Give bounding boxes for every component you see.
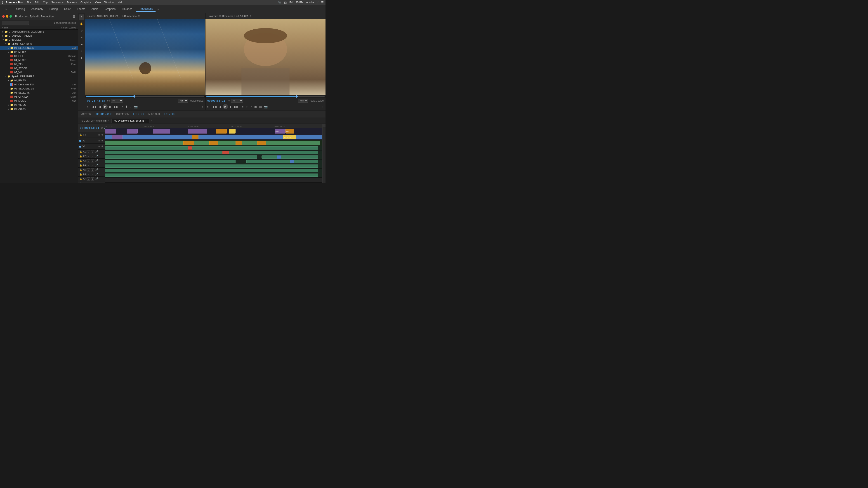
- tool-zoom[interactable]: ⤢: [79, 28, 84, 33]
- clip-v1-seg3[interactable]: [236, 141, 242, 145]
- tree-item-ep02[interactable]: ▼ 📁 Ep 02 - DREAMERS: [0, 74, 78, 78]
- program-monitor-menu[interactable]: ≡: [250, 14, 252, 18]
- clip-a3-1[interactable]: [105, 156, 257, 159]
- src-step-back[interactable]: ◀◀: [91, 105, 97, 109]
- menu-markers[interactable]: Markers: [66, 1, 78, 4]
- tree-item-ep02-gfx[interactable]: 03_GFX-EDIT Mitch: [0, 95, 78, 99]
- tree-item-ep02-sel[interactable]: 📁 02_SELECTS Dan: [0, 91, 78, 95]
- tree-item-ep01-sfx[interactable]: 05_SFX Fran: [0, 62, 78, 66]
- home-button[interactable]: ⌂: [3, 6, 9, 12]
- tab-color[interactable]: Color: [61, 6, 73, 11]
- tree-item-ep02-seq[interactable]: 📁 01_SEQUENCES Vivek: [0, 87, 78, 91]
- a4-lock-icon[interactable]: 🔒: [79, 164, 82, 166]
- src-play-btn[interactable]: ▶: [103, 104, 107, 109]
- a1-mute-btn[interactable]: M: [87, 150, 90, 153]
- tab-graphics[interactable]: Graphics: [102, 6, 118, 11]
- clip-a5[interactable]: [105, 164, 318, 168]
- v3-lock-icon[interactable]: 🔒: [79, 133, 82, 136]
- src-fwd-1f[interactable]: ▶: [109, 105, 112, 109]
- v2-solo-icon[interactable]: ☉: [101, 139, 103, 142]
- program-scrubber[interactable]: [206, 95, 326, 98]
- tab-editing[interactable]: Editing: [47, 6, 61, 11]
- source-monitor-menu[interactable]: ≡: [138, 14, 140, 18]
- a7-lock-icon[interactable]: 🔒: [79, 177, 82, 180]
- tab-learning[interactable]: Learning: [12, 6, 28, 11]
- v1-solo-icon[interactable]: ☉: [101, 145, 103, 148]
- prog-fit-select[interactable]: Fit25%50%100%: [231, 99, 243, 103]
- a5-mic-icon[interactable]: 🎤: [95, 168, 98, 171]
- a3-lock-icon[interactable]: 🔒: [79, 160, 82, 162]
- clip-v3-c[interactable]: [153, 129, 170, 133]
- project-search-input[interactable]: [2, 21, 29, 25]
- a1-solo-btn[interactable]: S: [91, 150, 94, 153]
- prog-step-back[interactable]: ◀◀: [212, 105, 217, 109]
- a7-solo-btn[interactable]: S: [91, 177, 94, 181]
- menu-file[interactable]: File: [25, 1, 32, 4]
- prog-safe-margins[interactable]: ▦: [258, 105, 262, 109]
- tool-zoom2[interactable]: ⤡: [79, 35, 84, 40]
- a3-mute-btn[interactable]: M: [87, 159, 90, 162]
- a6-mic-icon[interactable]: 🎤: [95, 173, 98, 176]
- clip-v3-d[interactable]: [188, 129, 207, 133]
- source-scrubber[interactable]: [85, 95, 205, 98]
- minimize-window-btn[interactable]: [6, 15, 8, 18]
- tab-audio[interactable]: Audio: [89, 6, 101, 11]
- tab-libraries[interactable]: Libraries: [119, 6, 135, 11]
- menu-graphics[interactable]: Graphics: [79, 1, 93, 4]
- tree-item-ep01-stock[interactable]: 06_STOCK: [0, 66, 78, 70]
- src-insert-btn[interactable]: ⬇: [125, 105, 128, 109]
- a3-solo-btn[interactable]: S: [91, 159, 94, 162]
- tree-item-brand[interactable]: ▶ 📁 CHANNEL BRAND ELEMENTS: [0, 30, 78, 34]
- project-panel-menu-icon[interactable]: ☰: [72, 15, 75, 18]
- a5-lock-icon[interactable]: 🔒: [79, 168, 82, 171]
- tree-item-episodes[interactable]: ▼ 📁 EPISODES: [0, 38, 78, 42]
- clip-v3-f[interactable]: [229, 129, 236, 133]
- clip-v1-seg2[interactable]: [209, 141, 218, 145]
- clip-v3-ora[interactable]: Ora: [285, 129, 294, 133]
- a6-lock-icon[interactable]: 🔒: [79, 173, 82, 175]
- clip-a1[interactable]: [105, 147, 318, 150]
- prog-fwd-1f[interactable]: ▶: [229, 105, 232, 109]
- prog-quality-select[interactable]: Full1/21/4: [298, 99, 308, 103]
- tl-scroll-body[interactable]: [322, 127, 326, 183]
- tree-item-ep02-music[interactable]: 04_MUSIC Ivan: [0, 99, 78, 103]
- prog-back-1f[interactable]: ◀: [218, 105, 221, 109]
- prog-extract-btn[interactable]: ↑: [250, 105, 252, 109]
- clip-a2-red[interactable]: [222, 151, 229, 154]
- menu-edit[interactable]: Edit: [33, 1, 41, 4]
- clip-a3-2[interactable]: [261, 156, 318, 159]
- workspace-more-button[interactable]: »: [158, 8, 159, 10]
- tree-item-ep01-gfx[interactable]: 03_GFX Marjorie: [0, 54, 78, 58]
- tool-hand[interactable]: ☁: [79, 41, 84, 47]
- clip-a4-2[interactable]: [246, 160, 318, 163]
- tree-item-ep02-edits[interactable]: ▼ 📁 01_EDITS: [0, 78, 78, 83]
- menu-clip[interactable]: Clip: [41, 1, 49, 4]
- timeline-ruler[interactable]: 00:00:00 00:00:15:00 00:00:30:00 00:00:4…: [105, 124, 322, 128]
- a7-mic-icon[interactable]: 🎤: [95, 177, 98, 180]
- prog-step-fwd[interactable]: ▶▶: [234, 105, 239, 109]
- a2-solo-btn[interactable]: S: [91, 155, 94, 158]
- clip-a2[interactable]: [105, 151, 318, 154]
- close-window-btn[interactable]: [2, 15, 5, 18]
- tab-assembly[interactable]: Assembly: [29, 6, 46, 11]
- tree-item-ep02-edit00[interactable]: 00_Dreamers Edit Matt: [0, 83, 78, 87]
- notification-icon[interactable]: ☰: [321, 1, 324, 4]
- v3-solo-icon[interactable]: ☉: [101, 133, 103, 136]
- tree-item-ep02-audio[interactable]: ▶ 📁 03_AUDIO: [0, 107, 78, 111]
- a7-mute-btn[interactable]: M: [87, 177, 90, 181]
- clip-a4-1[interactable]: [105, 160, 236, 163]
- a1-mic-icon[interactable]: 🎤: [95, 150, 98, 153]
- prog-match-frame[interactable]: ⊞: [254, 105, 257, 109]
- clip-v1-seg4[interactable]: [257, 141, 266, 145]
- clip-a1-red[interactable]: [188, 147, 192, 150]
- tool-navigate[interactable]: ✋: [79, 21, 84, 27]
- src-step-fwd[interactable]: ▶▶: [114, 105, 119, 109]
- timeline-tab-century[interactable]: 0-CENTURY short film ✕: [79, 119, 112, 123]
- search-icon[interactable]: ☌: [317, 1, 318, 4]
- src-mark-in[interactable]: ⇤: [87, 105, 90, 109]
- clip-v3-a[interactable]: [105, 129, 116, 133]
- a5-mute-btn[interactable]: M: [87, 168, 90, 171]
- clip-a4-blue[interactable]: [290, 160, 294, 163]
- v3-eye-icon[interactable]: 👁: [98, 133, 100, 136]
- tool-select[interactable]: ↖: [79, 14, 84, 20]
